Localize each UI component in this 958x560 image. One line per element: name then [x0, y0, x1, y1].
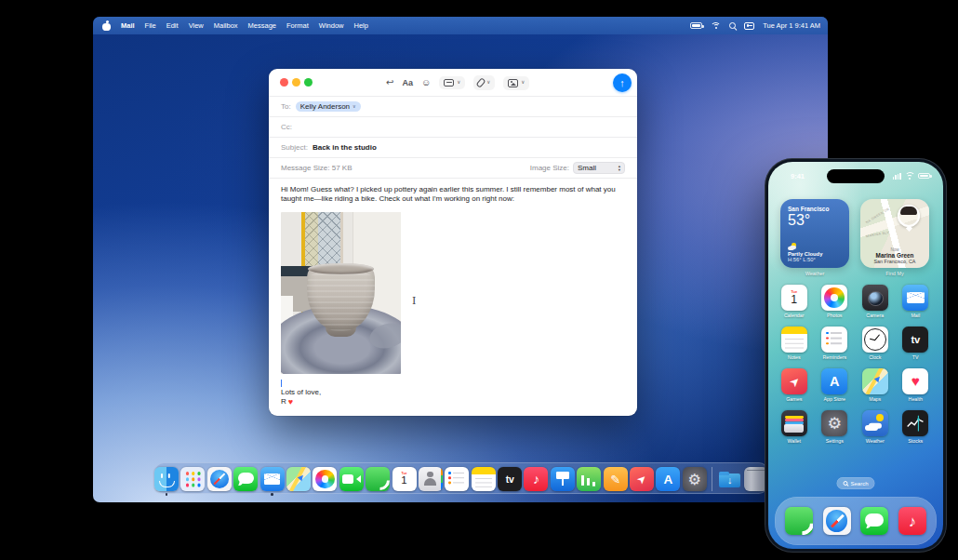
app-mail[interactable]: Mail [897, 285, 934, 318]
menu-item-view[interactable]: View [189, 21, 204, 30]
app-stocks[interactable]: Stocks [897, 410, 934, 444]
message-body[interactable]: Hi Mom! Guess what? I picked up pottery … [269, 179, 637, 407]
maps-icon [862, 368, 888, 394]
pages-icon: ✎ [604, 467, 628, 491]
messages-icon[interactable] [860, 507, 888, 535]
app-maps[interactable]: Maps [857, 368, 894, 402]
app-games[interactable]: ➤Games [776, 368, 813, 402]
dock-item-finder[interactable] [154, 467, 179, 491]
message-size-row: Message Size: 57 KB Image Size: Small ▴▾ [269, 158, 637, 179]
dock-item-music[interactable]: ♪ [524, 467, 548, 491]
photos-icon [821, 285, 847, 311]
menu-bar-clock[interactable]: Tue Apr 1 9:41 AM [763, 21, 820, 30]
apple-menu-icon[interactable] [102, 21, 111, 31]
signature-line: R ♥ [281, 397, 625, 407]
app-store-icon: A [821, 368, 847, 394]
dock-item-keynote[interactable] [551, 467, 575, 491]
wallet-icon [781, 410, 807, 436]
app-weather[interactable]: Weather [857, 410, 894, 444]
phone-icon[interactable] [785, 507, 813, 535]
wifi-icon[interactable] [711, 22, 721, 30]
app-camera[interactable]: Camera [857, 285, 894, 318]
signature-initial: R [281, 397, 286, 407]
app-clock[interactable]: Clock [857, 327, 894, 360]
image-size-select[interactable]: Small ▴▾ [573, 162, 625, 174]
format-text-icon[interactable]: Aa [402, 78, 413, 87]
zoom-window-button[interactable] [304, 78, 313, 87]
chevron-down-icon: ∨ [521, 80, 525, 86]
dock-item-messages[interactable] [233, 467, 258, 491]
dock-item-facetime[interactable] [339, 467, 364, 491]
menu-item-mailbox[interactable]: Mailbox [214, 21, 238, 30]
weather-widget[interactable]: San Francisco 53° Partly Cloudy H:56° L:… [780, 199, 849, 268]
header-style-button[interactable]: ∨ [439, 76, 465, 89]
dock-item-settings[interactable]: ⚙ [683, 467, 707, 491]
app-calendar[interactable]: Tue1 Calendar [776, 285, 813, 318]
home-screen-grid: Tue1 Calendar Photos Camera Mail Notes R… [774, 285, 936, 444]
camera-icon [862, 285, 888, 311]
to-field[interactable]: To: Kelly Anderson ∨ [269, 97, 637, 117]
home-search-pill[interactable]: Search [836, 477, 874, 489]
settings-gear-icon: ⚙ [683, 467, 707, 491]
app-tv[interactable]: tvTV [897, 327, 934, 360]
safari-icon[interactable] [823, 507, 851, 535]
app-settings[interactable]: ⚙Settings [816, 410, 853, 444]
menu-item-file[interactable]: File [145, 21, 156, 30]
minimize-window-button[interactable] [292, 78, 300, 87]
dock-item-maps[interactable] [286, 467, 311, 491]
attach-file-button[interactable]: ∨ [473, 75, 495, 90]
menu-item-format[interactable]: Format [286, 21, 309, 30]
undo-icon[interactable]: ↩ [386, 78, 393, 87]
control-center-icon[interactable] [744, 22, 754, 30]
launchpad-icon [180, 467, 205, 491]
insert-photo-button[interactable]: ∨ [503, 76, 529, 90]
dock-item-numbers[interactable] [577, 467, 601, 491]
findmy-widget[interactable]: NA GREEN DR MARINA BLV Now Marina Green … [860, 199, 929, 268]
mail-icon [260, 467, 285, 491]
subject-value: Back in the studio [313, 143, 377, 152]
send-button[interactable]: ↑ [613, 73, 632, 92]
menu-item-window[interactable]: Window [319, 21, 344, 30]
menu-item-message[interactable]: Message [248, 21, 276, 30]
dock-item-reminders[interactable] [445, 467, 469, 491]
message-size-text: Message Size: 57 KB [281, 164, 352, 172]
subject-field[interactable]: Subject: Back in the studio [269, 138, 637, 158]
search-label: Search [850, 481, 868, 487]
dock-item-phone[interactable] [366, 467, 390, 491]
dock-item-launchpad[interactable] [180, 467, 205, 491]
menu-item-mail[interactable]: Mail [121, 21, 135, 30]
dock-item-tv[interactable]: tv [498, 467, 522, 491]
app-health[interactable]: ♥Health [897, 368, 934, 402]
app-appstore[interactable]: AApp Store [816, 368, 853, 402]
subject-label: Subject: [281, 143, 308, 152]
dock-item-notes[interactable] [472, 467, 496, 491]
dock-item-calendar[interactable]: Tue1 [393, 467, 417, 491]
dock-item-safari[interactable] [207, 467, 232, 491]
menu-item-help[interactable]: Help [353, 21, 367, 30]
dock-item-games[interactable]: ➤ [630, 467, 654, 491]
app-reminders[interactable]: Reminders [816, 327, 853, 360]
recipient-token[interactable]: Kelly Anderson ∨ [296, 101, 361, 112]
menu-item-edit[interactable]: Edit [166, 21, 179, 30]
app-wallet[interactable]: Wallet [776, 410, 813, 444]
pottery-photo-attachment[interactable] [281, 212, 401, 374]
dock-item-mail[interactable] [260, 467, 285, 491]
calendar-icon: Tue1 [781, 285, 807, 311]
dock-item-appstore[interactable]: A [656, 467, 680, 491]
dock-item-photos[interactable] [313, 467, 337, 491]
iphone-status-bar: 9:41 [768, 168, 943, 183]
iphone-screen: 9:41 San Francisco 53° Partly Cloudy H:5… [768, 162, 943, 549]
dock-item-downloads[interactable]: ↓ [718, 467, 742, 491]
app-notes[interactable]: Notes [776, 327, 813, 360]
dock-item-contacts[interactable] [419, 467, 443, 491]
app-photos[interactable]: Photos [816, 285, 853, 318]
music-icon[interactable]: ♪ [898, 507, 926, 535]
battery-icon[interactable] [690, 22, 702, 29]
cc-field[interactable]: Cc: [269, 117, 637, 138]
dock-item-pages[interactable]: ✎ [604, 467, 628, 491]
emoji-icon[interactable]: ☺ [421, 78, 431, 87]
safari-icon [207, 467, 232, 491]
spotlight-search-icon[interactable] [729, 22, 736, 29]
close-window-button[interactable] [280, 78, 288, 87]
iphone-device: 9:41 San Francisco 53° Partly Cloudy H:5… [765, 158, 947, 553]
